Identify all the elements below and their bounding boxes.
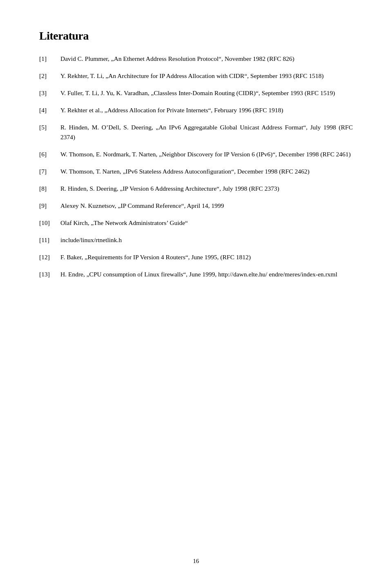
- ref-text: V. Fuller, T. Li, J. Yu, K. Varadhan, „C…: [60, 88, 353, 98]
- ref-label: [12]: [39, 252, 60, 262]
- ref-text: Y. Rekhter et al., „Address Allocation f…: [60, 105, 353, 115]
- ref-label: [7]: [39, 167, 60, 176]
- ref-text: W. Thomson, T. Narten, „IPv6 Stateless A…: [60, 167, 353, 176]
- list-item: [6]W. Thomson, E. Nordmark, T. Narten, „…: [39, 149, 353, 159]
- ref-label: [13]: [39, 269, 60, 279]
- list-item: [4]Y. Rekhter et al., „Address Allocatio…: [39, 105, 353, 115]
- ref-label: [11]: [39, 235, 60, 245]
- ref-label: [1]: [39, 54, 60, 64]
- list-item: [9]Alexey N. Kuznetsov, „IP Command Refe…: [39, 201, 353, 211]
- page-number: 16: [0, 558, 392, 565]
- ref-label: [10]: [39, 218, 60, 228]
- list-item: [2]Y. Rekhter, T. Li, „An Architecture f…: [39, 71, 353, 81]
- ref-label: [2]: [39, 71, 60, 81]
- list-item: [7]W. Thomson, T. Narten, „IPv6 Stateles…: [39, 167, 353, 176]
- list-item: [5]R. Hinden, M. O’Dell, S. Deering, „An…: [39, 122, 353, 142]
- list-item: [1]David C. Plummer, „An Ethernet Addres…: [39, 54, 353, 64]
- ref-text: F. Baker, „Requirements for IP Version 4…: [60, 252, 353, 262]
- list-item: [10]Olaf Kirch, „The Network Administrat…: [39, 218, 353, 228]
- ref-text: R. Hinden, M. O’Dell, S. Deering, „An IP…: [60, 122, 353, 142]
- ref-text: David C. Plummer, „An Ethernet Address R…: [60, 54, 353, 64]
- section-title: Literatura: [39, 29, 353, 42]
- list-item: [8]R. Hinden, S. Deering, „IP Version 6 …: [39, 184, 353, 194]
- ref-text: Y. Rekhter, T. Li, „An Architecture for …: [60, 71, 353, 81]
- ref-text: include/linux/rtnetlink.h: [60, 235, 353, 245]
- ref-label: [5]: [39, 122, 60, 132]
- ref-label: [4]: [39, 105, 60, 115]
- ref-text: H. Endre, „CPU consumption of Linux fire…: [60, 269, 353, 279]
- ref-text: Alexey N. Kuznetsov, „IP Command Referen…: [60, 201, 353, 211]
- ref-label: [9]: [39, 201, 60, 211]
- ref-text: Olaf Kirch, „The Network Administrators’…: [60, 218, 353, 228]
- ref-text: R. Hinden, S. Deering, „IP Version 6 Add…: [60, 184, 353, 194]
- ref-text: W. Thomson, E. Nordmark, T. Narten, „Nei…: [60, 149, 353, 159]
- list-item: [3]V. Fuller, T. Li, J. Yu, K. Varadhan,…: [39, 88, 353, 98]
- list-item: [11]include/linux/rtnetlink.h: [39, 235, 353, 245]
- ref-label: [8]: [39, 184, 60, 194]
- reference-list: [1]David C. Plummer, „An Ethernet Addres…: [39, 54, 353, 279]
- ref-label: [3]: [39, 88, 60, 98]
- list-item: [12]F. Baker, „Requirements for IP Versi…: [39, 252, 353, 262]
- list-item: [13]H. Endre, „CPU consumption of Linux …: [39, 269, 353, 279]
- page: Literatura [1]David C. Plummer, „An Ethe…: [0, 0, 392, 581]
- ref-label: [6]: [39, 149, 60, 159]
